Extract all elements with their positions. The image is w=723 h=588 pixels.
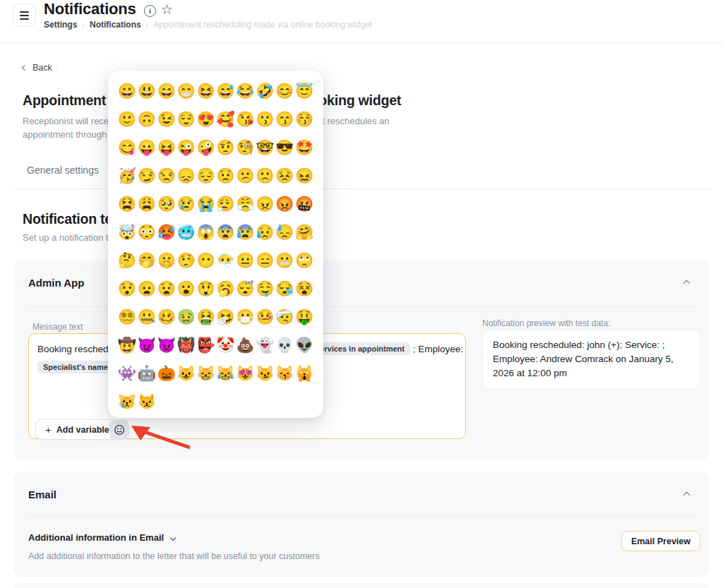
emoji-item[interactable]: 😕 (235, 162, 255, 190)
emoji-item[interactable]: 🤥 (177, 246, 196, 275)
hamburger-menu-button[interactable] (13, 4, 36, 27)
emoji-item[interactable]: 😓 (275, 218, 294, 246)
emoji-item[interactable]: 🤩 (294, 133, 314, 162)
emoji-item[interactable]: 😵‍💫 (117, 303, 137, 331)
emoji-item[interactable]: 😼 (255, 359, 275, 388)
emoji-item[interactable]: 💀 (275, 331, 294, 359)
emoji-item[interactable]: 😑 (255, 246, 275, 275)
emoji-item[interactable]: 😃 (137, 77, 157, 105)
breadcrumb-notifications[interactable]: Notifications (90, 20, 141, 30)
variable-tag[interactable]: Specialist's name (37, 361, 114, 373)
emoji-item[interactable]: 😻 (235, 359, 255, 388)
emoji-item[interactable]: 😖 (294, 162, 314, 190)
emoji-item[interactable]: 👽 (294, 331, 314, 359)
emoji-item[interactable]: 🥳 (117, 162, 137, 190)
emoji-item[interactable]: 🤠 (117, 331, 137, 359)
emoji-item[interactable]: 😬 (275, 246, 294, 275)
emoji-item[interactable]: 😤 (235, 190, 255, 218)
emoji-item[interactable]: 😝 (157, 133, 177, 162)
emoji-item[interactable]: 🤣 (255, 77, 275, 105)
emoji-item[interactable]: 😶 (196, 246, 216, 275)
emoji-item[interactable]: 😠 (255, 190, 275, 218)
emoji-item[interactable]: 🤫 (157, 246, 177, 275)
emoji-item[interactable]: 👺 (196, 331, 216, 359)
emoji-item[interactable]: 🤮 (196, 303, 216, 331)
emoji-item[interactable]: 😽 (275, 359, 294, 388)
emoji-item[interactable]: 😀 (117, 77, 137, 105)
emoji-item[interactable]: 🤓 (255, 133, 275, 162)
emoji-item[interactable]: 😩 (137, 190, 157, 218)
back-link[interactable]: Back (23, 63, 52, 73)
breadcrumb-settings[interactable]: Settings (44, 20, 77, 30)
emoji-item[interactable]: 😳 (137, 218, 157, 246)
emoji-item[interactable]: 😔 (196, 162, 216, 190)
emoji-item[interactable]: 🎃 (157, 359, 177, 388)
emoji-item[interactable]: 😷 (235, 303, 255, 331)
emoji-item[interactable]: 🤔 (117, 246, 137, 275)
emoji-item[interactable]: 🤡 (215, 331, 235, 359)
emoji-item[interactable]: 😒 (157, 162, 177, 190)
emoji-item[interactable]: 🤗 (294, 218, 314, 246)
collapse-chevron-icon[interactable] (683, 492, 691, 499)
emoji-item[interactable]: 🤭 (137, 246, 157, 275)
emoji-item[interactable]: 🤑 (294, 303, 314, 331)
emoji-item[interactable]: 😂 (235, 77, 255, 105)
emoji-item[interactable]: 😄 (157, 77, 177, 105)
emoji-item[interactable]: 😶‍🌫️ (215, 246, 235, 275)
variable-tag[interactable]: Services in appointment (309, 342, 410, 355)
emoji-item[interactable]: 😮 (177, 275, 196, 303)
emoji-item[interactable]: 🙁 (255, 162, 275, 190)
emoji-item[interactable]: 😨 (215, 218, 235, 246)
emoji-item[interactable]: 👿 (157, 331, 177, 359)
emoji-item[interactable]: 😞 (177, 162, 196, 190)
emoji-item[interactable]: 🙃 (137, 105, 157, 133)
info-icon[interactable]: i (144, 5, 156, 17)
emoji-item[interactable]: 😾 (137, 388, 157, 416)
emoji-item[interactable]: 🤒 (255, 303, 275, 331)
emoji-item[interactable]: 😥 (255, 218, 275, 246)
emoji-item[interactable]: 🙂 (117, 105, 137, 133)
emoji-item[interactable]: 💩 (235, 331, 255, 359)
emoji-item[interactable]: 🙀 (294, 359, 314, 388)
emoji-item[interactable]: 😯 (117, 275, 137, 303)
emoji-item[interactable]: 🤖 (137, 359, 157, 388)
emoji-item[interactable]: 🤨 (215, 133, 235, 162)
emoji-item[interactable]: 😱 (196, 218, 216, 246)
emoji-item[interactable]: 😊 (275, 77, 294, 105)
emoji-item[interactable]: 😲 (196, 275, 216, 303)
emoji-item[interactable]: 😸 (196, 359, 216, 388)
emoji-item[interactable]: 🤕 (275, 303, 294, 331)
emoji-picker-button[interactable] (109, 420, 129, 440)
collapse-chevron-icon[interactable] (683, 280, 691, 287)
emoji-item[interactable]: 😍 (196, 105, 216, 133)
emoji-item[interactable]: 🥰 (215, 105, 235, 133)
emoji-item[interactable]: 😴 (235, 275, 255, 303)
emoji-item[interactable]: 🥱 (215, 275, 235, 303)
emoji-item[interactable]: 😧 (157, 275, 177, 303)
emoji-item[interactable]: 🥶 (177, 218, 196, 246)
emoji-item[interactable]: 😮‍💨 (215, 190, 235, 218)
emoji-item[interactable]: 🤐 (137, 303, 157, 331)
emoji-item[interactable]: 🤤 (255, 275, 275, 303)
emoji-item[interactable]: 🤬 (294, 190, 314, 218)
emoji-item[interactable]: 🥵 (157, 218, 177, 246)
emoji-item[interactable]: 😦 (137, 275, 157, 303)
emoji-item[interactable]: 😙 (275, 105, 294, 133)
emoji-item[interactable]: 😹 (215, 359, 235, 388)
emoji-item[interactable]: 😁 (177, 77, 196, 105)
additional-info-toggle[interactable]: Additional information in Email (28, 532, 175, 543)
emoji-item[interactable]: 😛 (137, 133, 157, 162)
emoji-item[interactable]: 😚 (294, 105, 314, 133)
add-variable-button[interactable]: + Add variable (35, 419, 119, 440)
tab-general-settings[interactable]: General settings (27, 164, 99, 176)
star-favorite-icon[interactable]: ☆ (161, 1, 173, 18)
emoji-item[interactable]: 🥴 (157, 303, 177, 331)
emoji-item[interactable]: 😎 (275, 133, 294, 162)
emoji-item[interactable]: 😢 (177, 190, 196, 218)
emoji-item[interactable]: 🙄 (294, 246, 314, 275)
emoji-item[interactable]: 🤯 (117, 218, 137, 246)
emoji-item[interactable]: 😵 (294, 275, 314, 303)
emoji-item[interactable]: 😆 (196, 77, 216, 105)
emoji-item[interactable]: 😟 (215, 162, 235, 190)
emoji-item[interactable]: 😪 (275, 275, 294, 303)
